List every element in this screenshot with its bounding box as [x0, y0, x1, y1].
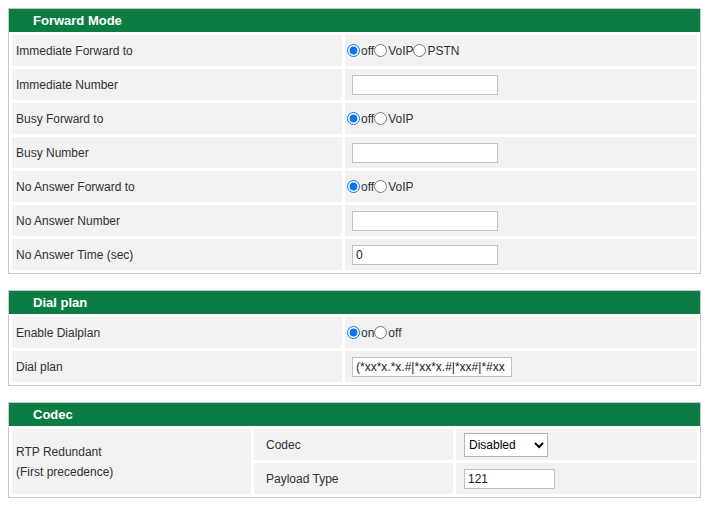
codec-rows: RTP Redundant (First precedence) Codec D…	[9, 426, 700, 497]
busy-number-label: Busy Number	[12, 137, 342, 168]
dial-plan-value	[345, 351, 697, 382]
immediate-number-value	[345, 69, 697, 100]
no-answer-time-input[interactable]	[352, 245, 498, 265]
enable-dialplan-on-radio[interactable]	[347, 326, 360, 339]
radio-option-voip[interactable]: VoIP	[374, 180, 413, 194]
section-forward-mode: Forward Mode Immediate Forward to off Vo…	[8, 8, 701, 274]
immediate-forward-to-options: off VoIP PSTN	[345, 35, 697, 66]
dial-plan-label: Dial plan	[12, 351, 342, 382]
enable-dialplan-label: Enable Dialplan	[12, 317, 342, 348]
row-enable-dialplan: Enable Dialplan on off	[12, 317, 697, 348]
payload-type-input[interactable]	[464, 469, 555, 489]
busy-forward-off-radio[interactable]	[347, 112, 360, 125]
immediate-forward-voip-radio[interactable]	[374, 44, 387, 57]
immediate-forward-off-radio[interactable]	[347, 44, 360, 57]
no-answer-forward-off-radio[interactable]	[347, 180, 360, 193]
radio-label-pstn: PSTN	[427, 44, 459, 58]
row-no-answer-forward-to: No Answer Forward to off VoIP	[12, 171, 697, 202]
radio-label-voip: VoIP	[388, 44, 413, 58]
codec-select[interactable]: Disabled	[464, 433, 548, 457]
enable-dialplan-off-radio[interactable]	[374, 326, 387, 339]
section-header-dial-plan: Dial plan	[9, 291, 700, 314]
no-answer-number-value	[345, 205, 697, 236]
codec-label: Codec	[254, 429, 453, 460]
radio-label-off: off	[361, 180, 374, 194]
row-dial-plan: Dial plan	[12, 351, 697, 382]
immediate-number-label: Immediate Number	[12, 69, 342, 100]
radio-option-pstn[interactable]: PSTN	[413, 44, 459, 58]
row-busy-forward-to: Busy Forward to off VoIP	[12, 103, 697, 134]
radio-label-off: off	[361, 112, 374, 126]
radio-label-off: off	[361, 44, 374, 58]
radio-label-voip: VoIP	[388, 112, 413, 126]
radio-label-voip: VoIP	[388, 180, 413, 194]
no-answer-forward-to-label: No Answer Forward to	[12, 171, 342, 202]
row-no-answer-time: No Answer Time (sec)	[12, 239, 697, 270]
radio-label-off: off	[388, 326, 401, 340]
dialplan-input[interactable]	[352, 357, 512, 377]
radio-label-on: on	[361, 326, 374, 340]
no-answer-time-label: No Answer Time (sec)	[12, 239, 342, 270]
rtp-redundant-line1: RTP Redundant	[16, 442, 251, 462]
no-answer-time-value	[345, 239, 697, 270]
section-header-codec: Codec	[9, 403, 700, 426]
busy-forward-voip-radio[interactable]	[374, 112, 387, 125]
row-busy-number: Busy Number	[12, 137, 697, 168]
codec-value: Disabled	[456, 429, 697, 460]
enable-dialplan-options: on off	[345, 317, 697, 348]
rtp-redundant-label: RTP Redundant (First precedence)	[12, 429, 251, 494]
immediate-number-input[interactable]	[352, 75, 498, 95]
immediate-forward-to-label: Immediate Forward to	[12, 35, 342, 66]
busy-forward-to-label: Busy Forward to	[12, 103, 342, 134]
row-no-answer-number: No Answer Number	[12, 205, 697, 236]
rtp-redundant-line2: (First precedence)	[16, 462, 251, 482]
row-immediate-forward-to: Immediate Forward to off VoIP PSTN	[12, 35, 697, 66]
busy-forward-to-options: off VoIP	[345, 103, 697, 134]
radio-option-voip[interactable]: VoIP	[374, 112, 413, 126]
no-answer-forward-voip-radio[interactable]	[374, 180, 387, 193]
radio-option-on[interactable]: on	[347, 326, 374, 340]
forward-mode-rows: Immediate Forward to off VoIP PSTN Immed…	[9, 32, 700, 273]
section-header-forward-mode: Forward Mode	[9, 9, 700, 32]
payload-type-value	[456, 463, 697, 494]
radio-option-off[interactable]: off	[374, 326, 401, 340]
no-answer-number-input[interactable]	[352, 211, 498, 231]
no-answer-forward-to-options: off VoIP	[345, 171, 697, 202]
radio-option-voip[interactable]: VoIP	[374, 44, 413, 58]
payload-type-label: Payload Type	[254, 463, 453, 494]
section-codec: Codec RTP Redundant (First precedence) C…	[8, 402, 701, 498]
section-dial-plan: Dial plan Enable Dialplan on off Dial pl…	[8, 290, 701, 386]
busy-number-input[interactable]	[352, 143, 498, 163]
radio-option-off[interactable]: off	[347, 180, 374, 194]
dial-plan-rows: Enable Dialplan on off Dial plan	[9, 314, 700, 385]
row-immediate-number: Immediate Number	[12, 69, 697, 100]
no-answer-number-label: No Answer Number	[12, 205, 342, 236]
radio-option-off[interactable]: off	[347, 44, 374, 58]
busy-number-value	[345, 137, 697, 168]
radio-option-off[interactable]: off	[347, 112, 374, 126]
immediate-forward-pstn-radio[interactable]	[413, 44, 426, 57]
